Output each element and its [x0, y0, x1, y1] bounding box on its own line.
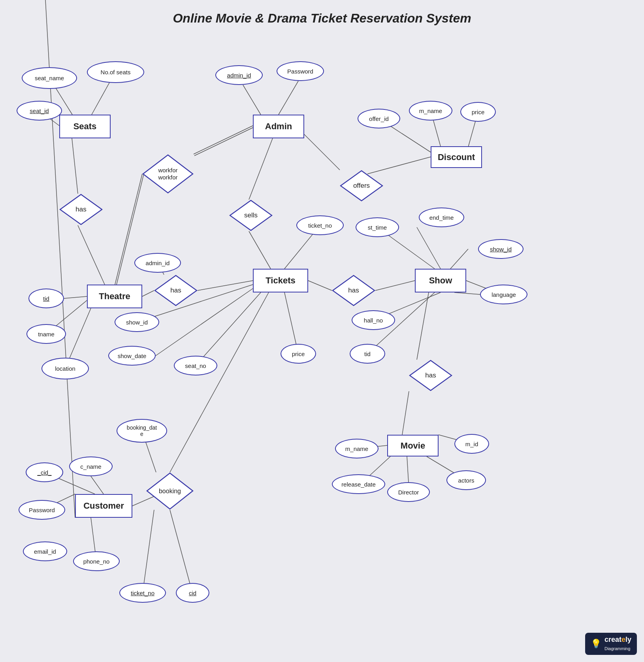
attr-actors: actors [446, 470, 486, 490]
svg-line-52 [143, 510, 154, 593]
entity-admin: Admin [253, 115, 304, 138]
entity-theatre: Theatre [87, 285, 142, 308]
attr-m-name-disc: m_name [409, 101, 452, 121]
svg-line-29 [308, 281, 332, 290]
rel-booking: booking [146, 472, 194, 510]
attr-ticket-no-booking: ticket_no [119, 583, 166, 603]
attr-end-time: end_time [419, 207, 464, 227]
attr-tid-show: tid [350, 344, 385, 364]
svg-line-32 [417, 227, 441, 269]
bulb-icon: 💡 [591, 639, 601, 649]
rel-workfor: workforworkfor [142, 154, 194, 194]
svg-line-21 [142, 290, 154, 296]
watermark-text: createlyDiagramming [604, 636, 631, 652]
entity-movie: Movie [387, 435, 439, 456]
svg-line-5 [64, 296, 87, 298]
attr-seat-no: seat_no [174, 356, 217, 375]
svg-line-26 [196, 292, 261, 366]
rel-sells: sells [229, 200, 273, 231]
svg-line-4 [78, 225, 105, 285]
attr-email-id: email_id [23, 541, 67, 561]
svg-line-22 [198, 281, 253, 290]
attr-seat-id: seat_id [17, 101, 62, 121]
svg-line-9 [194, 127, 254, 156]
entity-show: Show [415, 269, 466, 292]
attr-ticket-no-top: ticket_no [296, 215, 344, 235]
attr-release-date: release_date [332, 474, 385, 494]
rel-has-seats-theatre: has [59, 194, 103, 225]
attr-password-admin: Password [277, 61, 324, 81]
attr-director: Director [387, 482, 430, 502]
attr-offer-id: offer_id [358, 109, 400, 128]
attr-show-date: show_date [108, 346, 156, 366]
rel-offers: offers [340, 170, 383, 202]
entity-customer: Customer [75, 494, 132, 518]
svg-line-15 [249, 231, 271, 269]
attr-m-name-movie: m_name [335, 439, 378, 458]
svg-line-3 [72, 138, 78, 194]
creately-watermark: 💡 createlyDiagramming [585, 633, 637, 655]
attr-phone-no: phone_no [73, 551, 120, 571]
attr-price-ticket: price [281, 344, 316, 364]
svg-line-13 [279, 81, 298, 115]
attr-tname: tname [26, 324, 66, 344]
page-title: Online Movie & Drama Ticket Reservation … [0, 11, 644, 26]
attr-show-id-show: show_id [478, 239, 523, 259]
svg-line-46 [91, 476, 104, 494]
svg-line-10 [115, 174, 142, 286]
attr-no-of-seats: No.of seats [87, 61, 144, 83]
svg-line-35 [454, 292, 480, 294]
attr-price-disc: price [460, 102, 496, 122]
attr-password-cust: Password [19, 500, 65, 520]
svg-line-39 [402, 391, 409, 435]
entity-seats: Seats [59, 115, 111, 138]
svg-line-53 [170, 510, 192, 593]
attr-language: language [480, 285, 527, 304]
attr-tid-theatre: tid [28, 289, 64, 308]
svg-line-30 [375, 281, 415, 290]
attr-booking-date: booking_date [117, 419, 167, 443]
rel-has-tickets-show: has [332, 275, 375, 306]
svg-line-38 [417, 292, 429, 360]
entity-tickets: Tickets [253, 269, 308, 292]
attr-location: location [41, 358, 89, 379]
svg-line-43 [407, 456, 409, 482]
svg-line-12 [243, 85, 261, 115]
svg-line-33 [450, 249, 468, 269]
svg-line-14 [249, 138, 273, 200]
attr-cid-booking: cid [176, 583, 209, 603]
attr-hall-no: hall_no [352, 310, 395, 330]
rel-has-theatre-tickets: has [154, 275, 198, 306]
attr-admin-id-top: admin_id [215, 65, 263, 85]
attr-st-time: st_time [356, 217, 399, 237]
attr-c-name: c_name [69, 456, 113, 476]
entity-discount: Discount [431, 146, 482, 168]
attr-seat-name: seat_name [22, 67, 77, 89]
attr-cid: _cid_ [26, 462, 63, 482]
svg-line-54 [170, 292, 269, 472]
attr-m-id: m_id [454, 434, 489, 454]
rel-has-show-movie: has [409, 360, 452, 391]
attr-admin-id-rel: admin_id [134, 253, 181, 273]
svg-line-8 [194, 126, 253, 154]
attr-show-id-ticket: show_id [115, 312, 159, 332]
